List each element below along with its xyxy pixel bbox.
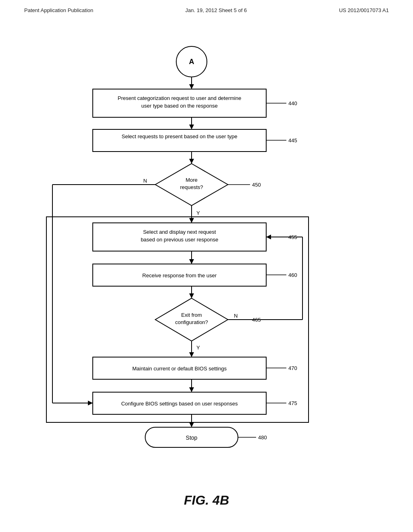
svg-text:configuration?: configuration? [175, 319, 208, 325]
svg-marker-3 [189, 84, 194, 89]
svg-text:A: A [189, 58, 194, 66]
svg-marker-10 [189, 125, 194, 129]
svg-marker-71 [266, 235, 271, 239]
svg-text:Maintain current or default BI: Maintain current or default BIOS setting… [132, 366, 227, 372]
svg-text:Present categorization request: Present categorization request to user a… [118, 95, 241, 101]
svg-text:user type based on the respons: user type based on the response [141, 103, 217, 109]
svg-marker-53 [189, 387, 194, 392]
svg-text:Configure BIOS settings based : Configure BIOS settings based on user re… [121, 401, 238, 407]
flowchart-svg: A Present categorization request to user… [0, 17, 413, 501]
page-header: Patent Application Publication Jan. 19, … [0, 0, 413, 17]
svg-text:450: 450 [252, 182, 261, 188]
figure-label: FIG. 4B [184, 493, 229, 508]
svg-text:Receive response from the user: Receive response from the user [142, 272, 217, 278]
svg-text:Y: Y [196, 210, 200, 216]
svg-marker-47 [189, 352, 194, 357]
svg-marker-25 [189, 218, 194, 223]
header-patent-number: US 2012/0017073 A1 [339, 7, 389, 13]
svg-text:Select requests to present bas: Select requests to present based on the … [122, 133, 238, 139]
svg-marker-32 [189, 259, 194, 264]
svg-rect-11 [93, 129, 266, 152]
svg-marker-67 [88, 401, 93, 405]
svg-text:More: More [186, 177, 198, 183]
svg-marker-38 [189, 293, 194, 298]
svg-text:470: 470 [288, 365, 297, 371]
svg-text:Y: Y [196, 345, 200, 351]
svg-text:480: 480 [258, 434, 267, 441]
header-publication: Patent Application Publication [24, 7, 93, 13]
svg-text:Exit from: Exit from [181, 312, 202, 318]
svg-text:475: 475 [288, 400, 297, 406]
svg-text:based on previous user respons: based on previous user response [141, 237, 218, 243]
header-date-sheet: Jan. 19, 2012 Sheet 5 of 6 [186, 7, 247, 13]
svg-text:N: N [143, 178, 147, 184]
svg-text:Stop: Stop [186, 434, 198, 441]
svg-text:requests?: requests? [180, 184, 203, 190]
svg-text:Select and display next reques: Select and display next request [143, 229, 216, 235]
svg-marker-16 [189, 159, 194, 164]
diagram-area: A Present categorization request to user… [0, 17, 413, 501]
svg-text:N: N [234, 313, 238, 319]
svg-text:460: 460 [288, 272, 297, 278]
svg-text:440: 440 [288, 100, 297, 106]
svg-marker-59 [189, 422, 194, 427]
svg-text:445: 445 [288, 137, 297, 143]
